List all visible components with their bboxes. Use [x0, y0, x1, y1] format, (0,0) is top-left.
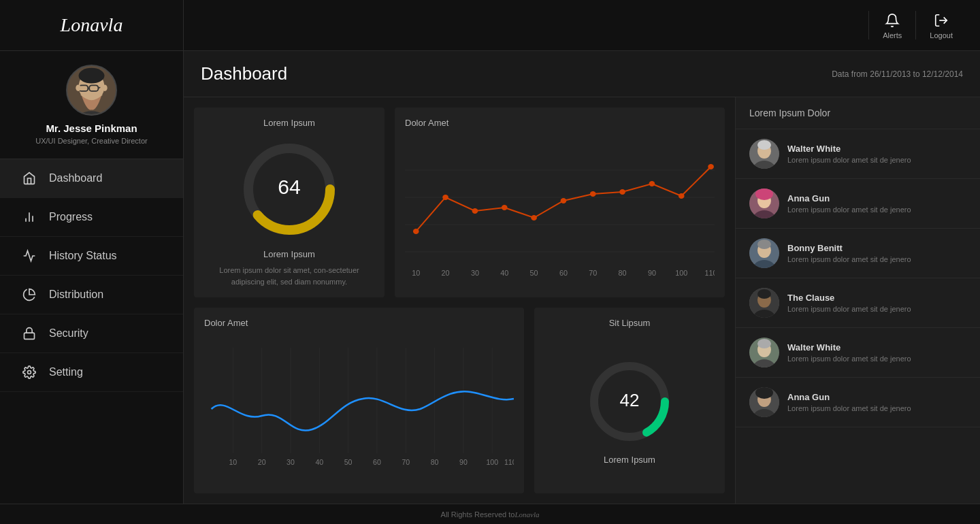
person-item-5[interactable]: Anna Gun Lorem ipsum dolor amet sit de j… — [736, 378, 980, 427]
person-avatar-3 — [749, 288, 779, 318]
person-desc-0: Lorem ipsum dolor amet sit de jenero — [787, 156, 911, 164]
svg-text:40: 40 — [500, 269, 508, 277]
person-avatar-4 — [749, 338, 779, 367]
nav-label-progress: Progress — [49, 211, 93, 223]
donut-chart-2: 42 — [582, 354, 677, 449]
person-avatar-0 — [749, 139, 779, 169]
person-desc-5: Lorem ipsum dolor amet sit de jenero — [787, 404, 911, 412]
svg-point-4 — [79, 68, 105, 84]
person-desc-1: Lorem ipsum dolor amet sit de jenero — [787, 206, 911, 214]
person-avatar-5 — [749, 387, 779, 417]
donut-chart-1: 64 — [235, 135, 344, 244]
svg-text:110: 110 — [504, 459, 514, 466]
nav-item-history[interactable]: History Status — [0, 237, 183, 276]
nav-item-progress[interactable]: Progress — [0, 198, 183, 237]
logout-label: Logout — [930, 31, 953, 39]
card4-title: Sit Lipsum — [609, 318, 651, 328]
line-chart-1: 10 20 30 40 50 60 70 80 90 100 110 — [405, 143, 715, 279]
svg-point-28 — [531, 215, 537, 220]
date-range: Data from 26/11/2013 to 12/12/2014 — [832, 69, 963, 79]
person-item-1[interactable]: Anna Gun Lorem ipsum dolor amet sit de j… — [736, 179, 980, 229]
svg-text:80: 80 — [619, 269, 627, 277]
person-avatar-2 — [749, 238, 779, 268]
setting-icon — [17, 365, 41, 379]
person-item-0[interactable]: Walter White Lorem ipsum dolor amet sit … — [736, 129, 980, 179]
donut-container-1: 64 Lorem Ipsum Lorem ipsum dolor sit ame… — [204, 135, 374, 287]
donut1-desc: Lorem ipsum dolor sit amet, con-sectetue… — [204, 265, 374, 287]
logout-icon — [934, 13, 949, 29]
svg-text:110: 110 — [705, 269, 715, 277]
svg-text:10: 10 — [412, 269, 420, 277]
user-profile: Mr. Jesse Pinkman UX/UI Designer, Creati… — [0, 51, 183, 159]
home-icon — [17, 171, 41, 185]
nav-label-history: History Status — [49, 250, 117, 262]
nav-label-security: Security — [49, 327, 88, 340]
svg-point-31 — [619, 189, 625, 195]
footer-brand: Lonavla — [514, 510, 539, 519]
svg-point-29 — [561, 198, 567, 203]
svg-point-16 — [27, 371, 31, 374]
nav-item-security[interactable]: Security — [0, 314, 183, 353]
svg-text:42: 42 — [620, 390, 640, 410]
svg-text:100: 100 — [675, 269, 687, 277]
card-dolor-amet-2: Dolor Amet — [194, 308, 524, 493]
person-name-1: Anna Gun — [787, 193, 911, 203]
logout-button[interactable]: Logout — [915, 11, 966, 39]
person-name-4: Walter White — [787, 342, 911, 353]
svg-text:90: 90 — [459, 459, 468, 466]
nav-label-distribution: Distribution — [49, 289, 103, 301]
top-bar: Lonavla Alerts Logout — [0, 0, 980, 51]
svg-point-80 — [757, 240, 771, 249]
svg-point-33 — [679, 193, 685, 199]
svg-rect-15 — [24, 333, 34, 339]
brand-area: Lonavla — [0, 0, 184, 50]
donut-container-2: 42 Lorem Ipsum — [582, 335, 677, 483]
alerts-button[interactable]: Alerts — [868, 11, 915, 39]
svg-point-88 — [757, 339, 771, 348]
person-desc-3: Lorem ipsum dolor amet sit de jenero — [787, 305, 911, 313]
person-list: Walter White Lorem ipsum dolor amet sit … — [736, 129, 980, 504]
svg-point-11 — [102, 84, 108, 91]
nav-item-dashboard[interactable]: Dashboard — [0, 159, 183, 198]
nav-item-distribution[interactable]: Distribution — [0, 276, 183, 314]
person-info-4: Walter White Lorem ipsum dolor amet sit … — [787, 342, 911, 363]
person-item-4[interactable]: Walter White Lorem ipsum dolor amet sit … — [736, 328, 980, 378]
alerts-label: Alerts — [883, 31, 902, 39]
charts-row-bottom: Dolor Amet — [194, 308, 725, 493]
charts-area: Lorem Ipsum 64 Lorem Ipsum Lorem ipsum d… — [184, 97, 735, 504]
card3-title: Dolor Amet — [204, 318, 514, 328]
svg-text:70: 70 — [402, 459, 410, 466]
svg-point-2 — [74, 111, 110, 116]
svg-text:50: 50 — [530, 269, 538, 277]
content-header: Dashboard Data from 26/11/2013 to 12/12/… — [184, 51, 980, 97]
card-sit-lipsum: Sit Lipsum 42 Lorem Ipsum — [534, 308, 725, 493]
history-icon — [17, 249, 41, 263]
top-bar-actions: Alerts Logout — [868, 11, 980, 39]
content-area: Dashboard Data from 26/11/2013 to 12/12/… — [184, 51, 980, 504]
svg-text:70: 70 — [589, 269, 597, 277]
progress-icon — [17, 210, 41, 224]
nav-item-setting[interactable]: Setting — [0, 353, 183, 392]
main-layout: Mr. Jesse Pinkman UX/UI Designer, Creati… — [0, 51, 980, 504]
svg-text:30: 30 — [471, 269, 479, 277]
line-chart-2: 10 20 30 40 50 60 70 80 90 100 110 — [204, 348, 514, 470]
line-chart-2-container: 10 20 30 40 50 60 70 80 90 100 110 — [204, 335, 514, 483]
person-item-3[interactable]: The Clause Lorem ipsum dolor amet sit de… — [736, 278, 980, 328]
svg-point-26 — [472, 208, 478, 214]
avatar — [66, 65, 117, 116]
person-item-2[interactable]: Bonny Benitt Lorem ipsum dolor amet sit … — [736, 229, 980, 278]
svg-text:80: 80 — [431, 459, 439, 466]
brand-logo: Lonavla — [61, 14, 123, 36]
person-desc-4: Lorem ipsum dolor amet sit de jenero — [787, 355, 911, 363]
person-avatar-1 — [749, 189, 779, 218]
person-name-3: The Clause — [787, 293, 911, 303]
person-desc-2: Lorem ipsum dolor amet sit de jenero — [787, 255, 911, 263]
svg-text:20: 20 — [258, 459, 266, 466]
card1-title: Lorem Ipsum — [263, 118, 315, 128]
person-name-0: Walter White — [787, 144, 911, 154]
security-icon — [17, 327, 41, 340]
svg-text:100: 100 — [486, 459, 498, 466]
card2-title: Dolor Amet — [405, 118, 715, 128]
person-info-1: Anna Gun Lorem ipsum dolor amet sit de j… — [787, 193, 911, 214]
svg-text:60: 60 — [373, 459, 381, 466]
